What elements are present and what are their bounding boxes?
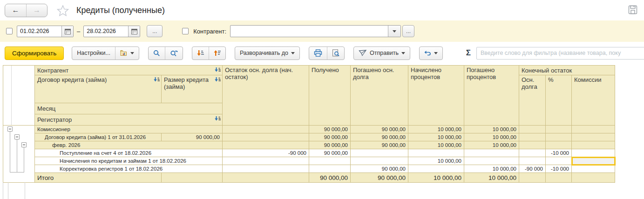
cell-accrued[interactable]: 10 000,00 (408, 173, 464, 183)
sort-column-icon[interactable] (154, 77, 160, 82)
table-row[interactable]: Корректировка регистров 1 от 18.02.2026 … (3, 165, 615, 173)
collapse-toggle[interactable] (14, 134, 20, 139)
table-row[interactable]: февр. 2026 90 000,00 90 000,00 10 000,00… (3, 141, 615, 149)
cell-closing-percent[interactable] (546, 141, 572, 149)
cell-received[interactable]: 90 000,00 (309, 173, 351, 183)
cell-repaid-interest[interactable]: 10 000,00 (464, 141, 519, 149)
counterparty-dropdown-button[interactable] (388, 26, 400, 37)
sort-desc-button[interactable] (192, 47, 209, 60)
search-next-button[interactable] (165, 47, 183, 60)
cell-repaid-interest[interactable]: 10 000,00 (464, 173, 519, 183)
history-button[interactable] (420, 47, 442, 60)
cell-closing-percent[interactable]: -10 000 (546, 149, 572, 157)
cell-loan-size[interactable] (162, 173, 223, 183)
cell-opening[interactable] (223, 173, 309, 183)
table-row[interactable]: Договор кредита (займа) 1 от 31.01.2026 … (3, 133, 615, 141)
table-row[interactable]: Поступление на счет 4 от 18.02.2026 -90 … (3, 149, 615, 157)
col-header-month[interactable]: Месяц (35, 103, 223, 114)
report-variants-button[interactable] (115, 47, 139, 60)
cell-received[interactable]: 90 000,00 (309, 141, 351, 149)
cell-accrued[interactable]: 10 000,00 (408, 157, 464, 165)
cell-closing-commission[interactable] (572, 149, 615, 157)
cell-closing-principal[interactable] (519, 133, 546, 141)
send-button[interactable]: Отправить (354, 47, 410, 60)
col-header-received[interactable]: Получено (309, 66, 351, 126)
calendar-icon[interactable] (61, 26, 73, 37)
print-preview-button[interactable] (327, 47, 344, 60)
cell-closing-commission[interactable] (572, 173, 615, 183)
search-button[interactable] (149, 47, 165, 60)
cell-opening[interactable] (223, 157, 309, 165)
cell-closing-percent[interactable]: -10 000 (546, 165, 572, 173)
col-header-counterparty[interactable]: Контрагент (35, 66, 223, 75)
sort-asc-button[interactable] (209, 47, 225, 60)
cell-closing-principal[interactable] (519, 157, 546, 165)
back-button[interactable]: ← (5, 4, 26, 17)
cell-closing-commission[interactable] (572, 126, 615, 133)
cell-received[interactable]: 90 000,00 (309, 133, 351, 141)
row-label[interactable]: февр. 2026 (35, 141, 223, 149)
row-label[interactable]: Корректировка регистров 1 от 18.02.2026 (35, 165, 223, 173)
period-more-button[interactable]: ... (147, 25, 163, 37)
cell-repaid-interest[interactable] (464, 149, 519, 157)
forward-button[interactable]: → (26, 4, 47, 17)
collapse-toggle[interactable] (21, 142, 27, 147)
cell-repaid-principal[interactable] (351, 149, 408, 157)
calendar-icon[interactable] (128, 26, 140, 37)
cell-received[interactable] (309, 165, 351, 173)
cell-opening[interactable]: -90 000 (223, 149, 309, 157)
sort-column-icon[interactable] (215, 116, 221, 121)
cell-closing-principal[interactable] (519, 149, 546, 157)
counterparty-more-button[interactable]: ... (402, 25, 414, 37)
cell-closing-principal[interactable]: -90 000 (519, 165, 546, 173)
cell-repaid-interest[interactable] (464, 157, 519, 165)
sort-column-icon[interactable] (215, 67, 221, 73)
col-header-accrued-interest[interactable]: Начислено процентов (408, 66, 464, 126)
collapse-toggle[interactable] (7, 126, 13, 132)
cell-opening[interactable] (223, 141, 309, 149)
cell-received[interactable]: 90 000,00 (309, 126, 351, 133)
cell-repaid-principal[interactable]: 90 000,00 (351, 133, 408, 141)
cell-repaid-principal[interactable] (351, 157, 408, 165)
row-label[interactable]: Комиссионер (35, 126, 223, 133)
cell-closing-percent[interactable] (546, 173, 572, 183)
cell-closing-principal[interactable] (519, 141, 546, 149)
cell-closing-percent[interactable] (546, 157, 572, 165)
date-to-input[interactable] (84, 26, 128, 37)
cell-closing-commission[interactable] (572, 141, 615, 149)
col-header-opening[interactable]: Остаток осн. долга (нач. остаток) (223, 66, 309, 126)
quick-filter-input[interactable] (476, 47, 644, 60)
settings-button[interactable]: Настройки... (72, 47, 115, 60)
cell-repaid-principal[interactable]: 90 000,00 (351, 173, 408, 183)
date-from-input[interactable] (17, 26, 61, 37)
cell-closing-percent[interactable] (546, 133, 572, 141)
total-row[interactable]: Итого 90 000,00 90 000,00 10 000,00 10 0… (3, 173, 615, 183)
cell-accrued[interactable] (408, 165, 464, 173)
cell-repaid-interest[interactable]: 10 000,00 (464, 165, 519, 173)
row-label[interactable]: Начисления по кредитам и займам 1 от 18.… (35, 157, 223, 165)
table-row[interactable]: Комиссионер 90 000,00 90 000,00 10 000,0… (3, 126, 615, 133)
cell-closing-commission[interactable] (572, 165, 615, 173)
cell-repaid-principal[interactable]: 90 000,00 (351, 141, 408, 149)
selected-cell[interactable] (572, 157, 615, 165)
row-label[interactable]: Поступление на счет 4 от 18.02.2026 (35, 149, 223, 157)
col-header-contract[interactable]: Договор кредита (займа) (35, 75, 162, 103)
cell-opening[interactable] (223, 165, 309, 173)
cell-received[interactable] (309, 157, 351, 165)
cell-closing-principal[interactable] (519, 126, 546, 133)
favorite-star-icon[interactable] (57, 5, 69, 16)
cell-repaid-interest[interactable]: 10 000,00 (464, 126, 519, 133)
cell-closing-percent[interactable] (546, 126, 572, 133)
cell-repaid-principal[interactable]: 90 000,00 (351, 165, 408, 173)
cell-loan-size[interactable]: 90 000,00 (162, 133, 223, 141)
cell-received[interactable]: 90 000,00 (309, 149, 351, 157)
cell-opening[interactable] (223, 133, 309, 141)
col-header-closing[interactable]: Конечный остаток (519, 66, 615, 75)
col-header-registrar[interactable]: Регистратор (35, 114, 223, 126)
row-label[interactable]: Договор кредита (займа) 1 от 31.01.2026 (35, 133, 162, 141)
cell-closing-principal[interactable] (519, 173, 546, 183)
counterparty-input[interactable] (230, 26, 388, 37)
period-checkbox[interactable] (6, 28, 13, 34)
cell-accrued[interactable]: 10 000,00 (408, 141, 464, 149)
counterparty-checkbox[interactable] (182, 28, 189, 34)
